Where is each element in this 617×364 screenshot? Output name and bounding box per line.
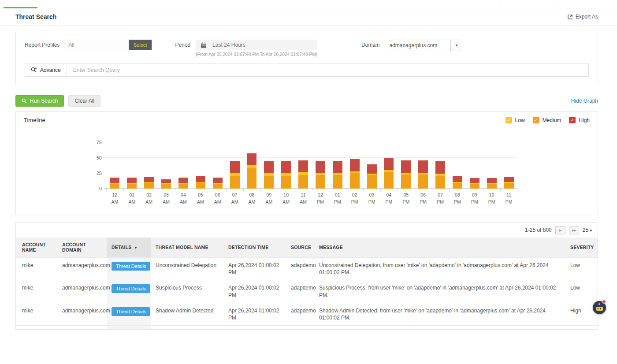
bar-segment-medium [213,184,223,189]
bar-segment-high [230,161,240,173]
report-profiles-field[interactable]: All Select [64,40,152,50]
bar-segment-high [435,161,445,174]
table-cell [58,326,107,330]
bar-segment-high [110,178,119,183]
y-axis-tick-label: 50 [89,155,102,161]
domain-select[interactable]: admanagerplus.com ▾ [385,40,462,51]
threat-details-button[interactable]: Threat Details [112,284,150,293]
last-page-button[interactable]: ▶▶ [569,226,579,234]
bar-segment-medium [333,175,342,189]
column-header-source: SOURCE [286,238,315,258]
x-axis-tick-label: 05AM [192,189,209,206]
advance-search-bar: Advance [25,63,589,77]
page-header: Threat Search Export As [0,8,617,26]
advance-search-button[interactable]: Advance [25,63,67,76]
x-axis-tick-label: 05PM [398,189,415,206]
x-axis-tick-label: 11AM [295,189,312,206]
table-cell: Shadow Admin Detected [151,303,224,325]
domain-value: admanagerplus.com [385,40,450,51]
report-profiles-label: Report Profiles [25,40,59,50]
x-axis-tick-label: 09AM [260,189,278,206]
bar-06-pm [415,134,432,189]
table-cell: Apr 26,2024 01:00:02 PM [224,258,286,280]
bar-segment-high [384,158,394,170]
hide-graph-link[interactable]: Hide Graph [571,98,598,104]
bar-segment-high [333,161,342,173]
bar-segment-medium [178,184,188,189]
bar-segment-high [213,178,223,183]
export-as-button[interactable]: Export As [567,14,598,20]
y-axis-tick-label: 25 [89,170,102,176]
bar-05-pm [398,134,415,189]
chevron-down-icon: ▾ [135,245,137,250]
threat-details-button[interactable]: Threat Details [112,307,150,316]
bar-segment-low [298,172,308,175]
search-query-input[interactable] [67,63,588,76]
bar-07-am [226,134,243,189]
x-axis-tick-label: 03PM [363,189,380,206]
bar-11-am [295,134,312,189]
active-tab-underline [4,7,37,8]
select-button[interactable]: Select [129,40,152,50]
bar-segment-low [230,173,240,176]
x-axis-tick-label: 09PM [466,189,483,206]
table-cell: adapdemo [286,303,315,325]
period-field[interactable]: Last 24 Hours [196,40,317,50]
bar-12-am [106,134,123,189]
checkbox-checked-icon[interactable]: ✓ [533,117,539,123]
x-axis-tick-label: 02AM [141,189,158,206]
bar-segment-medium [435,176,445,189]
column-header-threat-model-name: THREAT MODEL NAME [151,238,224,258]
table-cell: admanagerplus.com [58,303,107,325]
legend-toggle-low[interactable]: ✓Low [505,117,525,123]
page-size-dropdown[interactable]: 25 ▾ [583,227,592,233]
column-header-details[interactable]: DETAILS ▾ [107,238,151,258]
table-cell: Low [566,280,598,303]
x-axis-tick-label: 07AM [226,189,243,206]
chatbot-icon[interactable] [593,301,606,314]
bar-segment-low [264,173,274,176]
bar-10-am [278,134,295,189]
x-axis-tick-label: 07PM [432,189,449,206]
clear-all-button[interactable]: Clear All [68,95,100,107]
bar-segment-high [350,159,360,171]
bar-segment-medium [196,182,205,189]
checkbox-checked-icon[interactable]: ✓ [569,117,576,123]
bar-segment-high [144,177,154,182]
x-axis-tick-label: 08AM [243,189,260,206]
table-cell: Suspicious Process, from user 'mike' on … [315,280,566,303]
threat-details-button[interactable]: Threat Details [112,262,150,271]
bar-segment-medium [230,176,240,189]
details-cell: Threat Details [107,303,151,325]
table-cell: Apr 26,2024 01:00:02 PM [224,280,286,303]
bar-03-am [158,134,175,189]
x-axis-tick-label: 06PM [415,189,432,206]
results-panel: 1-25 of 800 ▶ ▶▶ 25 ▾ ACCOUNT NAMEACCOUN… [15,222,598,330]
table-cell: admanagerplus.com [58,280,107,303]
table-row: Threat Details [16,326,598,330]
table-cell [224,326,286,330]
table-row: mikeadmanagerplus.comThreat DetailsShado… [16,303,598,325]
bar-01-pm [329,134,346,189]
threats-table: ACCOUNT NAMEACCOUNT DOMAINDETAILS ▾THREA… [16,238,598,330]
x-axis-tick-label: 12PM [312,189,329,206]
bar-04-am [175,134,192,189]
table-cell: adapdemo [286,280,315,303]
run-search-button[interactable]: Run Search [15,95,64,107]
bar-segment-high [127,178,137,183]
bar-11-pm [500,134,517,189]
calendar-icon [201,42,206,48]
bar-06-am [209,134,226,189]
legend-toggle-high[interactable]: ✓High [569,117,590,123]
checkbox-checked-icon[interactable]: ✓ [505,117,512,123]
table-row: mikeadmanagerplus.comThreat DetailsUncon… [16,258,598,280]
timeline-chart: 0255075 12AM01AM02AM03AM04AM05AM06AM07AM… [16,128,598,215]
bar-02-pm [346,134,363,189]
bar-segment-high [470,178,479,183]
bar-segment-low [281,173,291,176]
x-axis-tick-label: 04AM [175,189,192,206]
column-header-detection-time: DETECTION TIME [224,238,286,258]
legend-toggle-medium[interactable]: ✓Medium [533,117,561,123]
table-cell: Suspicious Process [151,280,224,303]
next-page-button[interactable]: ▶ [555,226,565,234]
